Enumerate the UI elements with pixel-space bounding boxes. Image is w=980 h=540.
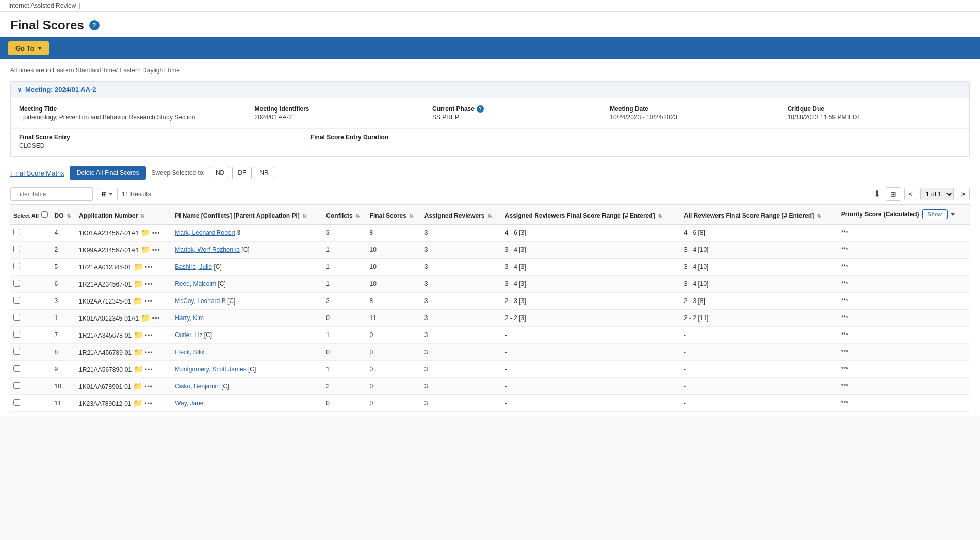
goto-button[interactable]: Go To [8, 41, 49, 55]
row-app-number: 1R21AA567890-01 📁 ••• [76, 361, 172, 378]
pi-name-link[interactable]: Harry, Kim [175, 314, 204, 322]
pi-name-link[interactable]: Way, Jane [175, 400, 203, 407]
pi-name-link[interactable]: Reed, Malcolm [175, 280, 216, 288]
next-page-button[interactable]: > [957, 188, 970, 200]
sweep-df-button[interactable]: DF [232, 167, 252, 179]
filter-input[interactable] [10, 187, 93, 201]
prev-page-button[interactable]: < [904, 188, 917, 200]
meeting-date-value: 10/24/2023 - 10/24/2023 [610, 114, 783, 121]
view-toggle-button[interactable]: ⊞ [97, 188, 118, 200]
row-checkbox[interactable] [13, 314, 20, 321]
row-checkbox[interactable] [13, 365, 20, 372]
pi-name-link[interactable]: Cutler, Liz [175, 331, 202, 339]
meeting-date-block: Meeting Date 10/24/2023 - 10/24/2023 [610, 105, 783, 121]
more-options-icon[interactable]: ••• [152, 230, 160, 237]
row-checkbox[interactable] [13, 348, 20, 355]
column-settings-button[interactable]: ⊞ [886, 187, 901, 201]
folder-icon[interactable]: 📁 [141, 228, 151, 237]
folder-icon[interactable]: 📁 [134, 262, 143, 271]
pi-name-link[interactable]: Montgomery, Scott James [175, 366, 247, 373]
app-title: Internet Assisted Review [8, 2, 76, 9]
row-checkbox[interactable] [13, 280, 20, 287]
folder-icon[interactable]: 📁 [133, 382, 143, 390]
row-priority: *** [838, 327, 970, 344]
row-pi-name: Cisko, Benjamin [C] [172, 378, 323, 395]
row-assigned-range: - [502, 395, 681, 412]
folder-icon[interactable]: 📁 [134, 364, 143, 373]
current-phase-value: SS PREP [432, 114, 606, 121]
page-select[interactable]: 1 of 1 [920, 188, 954, 200]
pi-suffix: 3 [237, 229, 240, 236]
row-checkbox[interactable] [13, 399, 20, 406]
sweep-nd-button[interactable]: ND [210, 167, 230, 179]
folder-icon[interactable]: 📁 [141, 313, 151, 322]
col-assigned-reviewers[interactable]: Assigned Reviewers ⇅ [421, 204, 502, 224]
row-pi-name: Reed, Malcolm [C] [172, 276, 323, 293]
goto-caret-icon [38, 47, 42, 50]
row-all-range: 3 - 4 [10] [681, 259, 838, 276]
pi-name-link[interactable]: Cisko, Benjamin [175, 383, 220, 390]
row-all-range: - [681, 395, 838, 412]
pi-conflict: [C] [248, 366, 256, 373]
col-do[interactable]: DO ⇅ [51, 204, 76, 224]
col-final-scores[interactable]: Final Scores ⇅ [367, 204, 421, 224]
pi-name-link[interactable]: Bashire, Julie [175, 263, 212, 271]
row-conflicts: 0 [323, 395, 366, 412]
row-pi-name: McCoy, Leonard B [C] [172, 293, 323, 310]
folder-icon[interactable]: 📁 [134, 330, 143, 339]
delete-all-scores-button[interactable]: Delete All Final Scores [70, 166, 146, 180]
more-options-icon[interactable]: ••• [144, 383, 153, 390]
col-all-range[interactable]: All Reviewers Final Score Range [# Enter… [681, 204, 838, 224]
row-conflicts: 2 [323, 378, 366, 395]
col-assigned-range[interactable]: Assigned Reviewers Final Score Range [# … [502, 204, 681, 224]
more-options-icon[interactable]: ••• [145, 366, 153, 373]
download-button[interactable]: ⬇ [872, 187, 883, 201]
row-checkbox[interactable] [13, 297, 20, 304]
sweep-nr-button[interactable]: NR [254, 167, 274, 179]
row-final-scores: 10 [367, 276, 421, 293]
row-checkbox[interactable] [13, 382, 20, 389]
row-checkbox[interactable] [13, 263, 20, 269]
final-score-entry-label: Final Score Entry [19, 134, 306, 141]
more-options-icon[interactable]: ••• [145, 281, 153, 288]
pi-name-link[interactable]: McCoy, Leonard B [175, 297, 226, 305]
folder-icon[interactable]: 📁 [134, 279, 143, 288]
row-checkbox[interactable] [13, 331, 20, 338]
current-phase-help-icon[interactable]: ? [477, 105, 484, 113]
row-priority: *** [838, 361, 970, 378]
row-checkbox[interactable] [13, 229, 20, 235]
more-options-icon[interactable]: ••• [144, 400, 153, 407]
view-toggle-caret [109, 193, 113, 195]
meeting-header[interactable]: ∨ Meeting: 2024/01 AA-2 [11, 82, 969, 98]
row-app-number: 1R21AA456789-01 📁 ••• [76, 344, 172, 361]
pi-name-link[interactable]: Martok, Worf Rozhenko [175, 246, 240, 253]
col-app-number[interactable]: Application Number ⇅ [76, 204, 172, 224]
table-row: 7 1R21AA345678-01 📁 ••• Cutler, Liz [C] … [10, 327, 970, 344]
folder-icon[interactable]: 📁 [134, 347, 143, 356]
more-options-icon[interactable]: ••• [145, 264, 153, 271]
priority-show-button[interactable]: Show [922, 209, 948, 219]
row-final-scores: 0 [367, 344, 421, 361]
more-options-icon[interactable]: ••• [145, 349, 153, 356]
final-score-matrix-link[interactable]: Final Score Matrix [10, 169, 64, 177]
folder-icon[interactable]: 📁 [133, 296, 143, 305]
row-all-range: 4 - 6 [8] [681, 224, 838, 242]
folder-icon[interactable]: 📁 [141, 245, 151, 254]
pi-name-link[interactable]: Fleck, Silik [175, 348, 204, 356]
more-options-icon[interactable]: ••• [145, 332, 153, 339]
results-count: 11 Results [122, 190, 151, 198]
final-score-entry-block: Final Score Entry CLOSED [19, 134, 306, 149]
select-all-checkbox[interactable] [41, 211, 48, 218]
more-options-icon[interactable]: ••• [152, 247, 160, 254]
more-options-icon[interactable]: ••• [152, 315, 160, 322]
folder-icon[interactable]: 📁 [133, 399, 143, 407]
help-icon[interactable]: ? [89, 20, 100, 30]
more-options-icon[interactable]: ••• [144, 298, 153, 305]
row-pi-name: Martok, Worf Rozhenko [C] [172, 242, 323, 259]
col-pi-name[interactable]: PI Name [Conflicts] [Parent Application … [172, 204, 323, 224]
col-conflicts[interactable]: Conflicts ⇅ [323, 204, 366, 224]
pi-name-link[interactable]: Mark, Leonard Robert [175, 229, 235, 236]
row-app-number: 1K01AA678901-01 📁 ••• [76, 378, 172, 395]
row-checkbox[interactable] [13, 246, 20, 252]
timezone-note: All times are in Eastern Standard Time/ … [10, 63, 970, 77]
